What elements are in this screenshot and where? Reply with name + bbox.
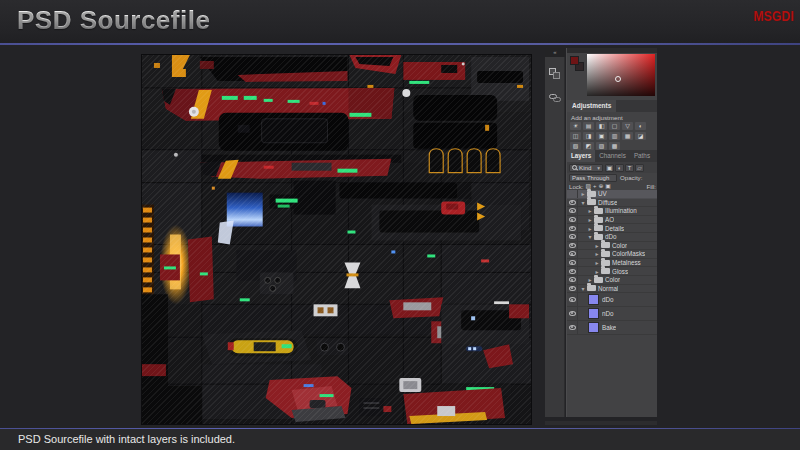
color-picker-cursor[interactable] xyxy=(615,76,621,82)
visibility-eye-icon[interactable] xyxy=(567,293,578,306)
expand-group-icon[interactable]: ▸ xyxy=(587,207,593,214)
layer-row-metalness[interactable]: ▸Metalness xyxy=(567,259,657,268)
visibility-eye-icon[interactable] xyxy=(567,285,578,293)
layer-row-details[interactable]: ▸Details xyxy=(567,224,657,233)
layer-row-diffuse[interactable]: ▾Diffuse xyxy=(567,199,657,208)
layer-name: UV xyxy=(598,190,607,197)
layer-row-bake[interactable]: Bake xyxy=(567,321,657,335)
layer-row-normal[interactable]: ▾Normal xyxy=(567,285,657,294)
layer-name: dDo xyxy=(605,233,617,240)
visibility-eye-icon[interactable] xyxy=(567,259,578,267)
brightness-contrast-icon[interactable]: ☀ xyxy=(570,122,581,130)
layer-thumbnail[interactable] xyxy=(588,308,599,319)
layer-name: Diffuse xyxy=(598,199,617,206)
layer-name: Metalness xyxy=(612,259,641,266)
type-layer-filter-icon[interactable]: T xyxy=(625,164,634,172)
tab-paths[interactable]: Paths xyxy=(630,150,654,162)
layer-name: Details xyxy=(605,225,624,232)
collapse-panels-icon[interactable]: « xyxy=(545,48,565,57)
lock-all-icon[interactable]: ▣ xyxy=(605,182,610,190)
foreground-color-swatch[interactable] xyxy=(570,56,579,65)
collapse-group-icon[interactable]: ▾ xyxy=(580,285,586,292)
layers-tabstrip: LayersChannelsPaths xyxy=(567,150,657,162)
collapse-group-icon[interactable]: ▾ xyxy=(580,199,586,206)
invert-icon[interactable]: ◪ xyxy=(635,132,646,140)
swatches-panel-icon[interactable] xyxy=(549,68,561,80)
kind-dropdown[interactable]: Kind ▾ xyxy=(569,164,603,172)
lock-label: Lock: xyxy=(569,183,584,190)
visibility-eye-icon[interactable] xyxy=(567,242,578,250)
layer-name: Normal xyxy=(598,285,618,292)
shape-layer-filter-icon[interactable]: ▱ xyxy=(635,164,644,172)
folder-icon xyxy=(587,199,596,205)
layer-name: Color xyxy=(612,242,627,249)
expand-group-icon[interactable]: ▸ xyxy=(587,276,593,283)
color-picker-field[interactable] xyxy=(587,54,655,96)
msgdi-logo: MSGDI xyxy=(754,7,794,24)
expand-group-icon[interactable]: ▸ xyxy=(594,259,600,266)
selective-color-icon[interactable]: ▩ xyxy=(609,142,620,150)
adjustment-layer-filter-icon[interactable]: ◐ xyxy=(615,164,624,172)
visibility-eye-icon[interactable] xyxy=(567,224,578,232)
adjustments-tabstrip: Adjustments xyxy=(567,100,657,112)
visibility-eye-icon[interactable] xyxy=(567,321,578,334)
photo-filter-icon[interactable]: ▣ xyxy=(596,132,607,140)
tab-layers[interactable]: Layers xyxy=(567,150,595,162)
visibility-eye-icon[interactable] xyxy=(567,267,578,275)
libraries-panel-icon[interactable] xyxy=(549,92,561,104)
visibility-eye-icon[interactable] xyxy=(567,207,578,215)
layer-row-ndo[interactable]: nDo xyxy=(567,307,657,321)
layer-row-colormasks[interactable]: ▸ColorMasks xyxy=(567,250,657,259)
hue-saturation-icon[interactable]: ◐ xyxy=(635,122,646,130)
layer-row-illumination[interactable]: ▸Illumination xyxy=(567,207,657,216)
exposure-icon[interactable]: ▢ xyxy=(609,122,620,130)
levels-icon[interactable]: ▤ xyxy=(583,122,594,130)
kind-label: Kind xyxy=(579,164,591,171)
expand-group-icon[interactable]: ▸ xyxy=(587,216,593,223)
texture-atlas-art xyxy=(142,55,531,424)
collapse-group-icon[interactable]: ▾ xyxy=(587,233,593,240)
color-lookup-icon[interactable]: ▦ xyxy=(622,132,633,140)
layer-thumbnail[interactable] xyxy=(588,322,599,333)
layer-row-ao[interactable]: ▸AO xyxy=(567,216,657,225)
visibility-eye-icon[interactable] xyxy=(567,216,578,224)
layer-row-color[interactable]: ▸Color xyxy=(567,276,657,285)
color-balance-icon[interactable]: ◫ xyxy=(570,132,581,140)
visibility-eye-icon[interactable] xyxy=(567,307,578,320)
layer-thumbnail[interactable] xyxy=(588,294,599,305)
tab-channels[interactable]: Channels xyxy=(595,150,630,162)
visibility-eye-icon[interactable] xyxy=(567,276,578,284)
lock-position-icon[interactable]: ⊕ xyxy=(598,182,603,190)
visibility-eye-icon[interactable] xyxy=(567,199,578,207)
photoshop-panel: « Adjustments Add an adjustment ☀▤◧▢▽◐◫◨… xyxy=(545,48,657,421)
layer-row-gloss[interactable]: ▸Gloss xyxy=(567,267,657,276)
chevron-down-icon: ▾ xyxy=(597,165,600,171)
blend-mode-dropdown[interactable]: Pass Through xyxy=(569,174,617,182)
layer-row-color[interactable]: ▸Color xyxy=(567,242,657,251)
posterize-icon[interactable]: ▧ xyxy=(570,142,581,150)
footer-note: PSD Sourcefile with intact layers is inc… xyxy=(18,433,235,445)
layer-filter-row: Kind ▾ ▣◐T▱ xyxy=(567,162,657,173)
visibility-toggle-empty[interactable] xyxy=(567,190,578,198)
pixel-layer-filter-icon[interactable]: ▣ xyxy=(605,164,614,172)
visibility-eye-icon[interactable] xyxy=(567,250,578,258)
expand-group-icon[interactable]: ▸ xyxy=(580,190,586,197)
layer-name: Bake xyxy=(602,324,616,331)
lock-paint-icon[interactable]: + xyxy=(593,182,596,190)
expand-group-icon[interactable]: ▸ xyxy=(594,268,600,275)
black-white-icon[interactable]: ◨ xyxy=(583,132,594,140)
tab-adjustments[interactable]: Adjustments xyxy=(567,100,616,112)
gradient-map-icon[interactable]: ▨ xyxy=(596,142,607,150)
layer-row-uv[interactable]: ▸UV xyxy=(567,190,657,199)
visibility-eye-icon[interactable] xyxy=(567,233,578,241)
layer-row-ddo[interactable]: dDo xyxy=(567,293,657,307)
expand-group-icon[interactable]: ▸ xyxy=(587,225,593,232)
vibrance-icon[interactable]: ▽ xyxy=(622,122,633,130)
expand-group-icon[interactable]: ▸ xyxy=(594,242,600,249)
curves-icon[interactable]: ◧ xyxy=(596,122,607,130)
expand-group-icon[interactable]: ▸ xyxy=(594,250,600,257)
threshold-icon[interactable]: ◩ xyxy=(583,142,594,150)
folder-icon xyxy=(601,251,610,257)
layer-row-ddo[interactable]: ▾dDo xyxy=(567,233,657,242)
channel-mixer-icon[interactable]: ▥ xyxy=(609,132,620,140)
